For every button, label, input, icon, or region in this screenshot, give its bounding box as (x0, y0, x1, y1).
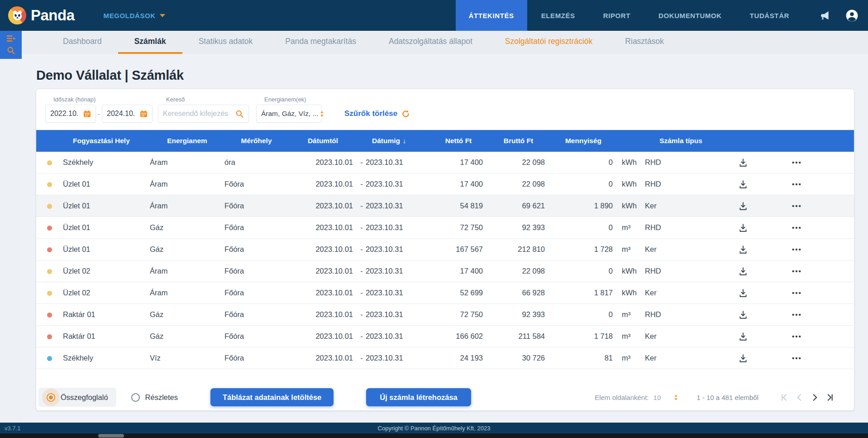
header-net[interactable]: Nettó Ft (429, 137, 487, 145)
row-download-button[interactable] (717, 310, 769, 320)
account-icon[interactable] (845, 9, 859, 23)
search-field[interactable] (158, 105, 249, 123)
logo[interactable]: Panda (8, 6, 75, 24)
last-page-button[interactable] (825, 393, 835, 402)
announcement-icon[interactable] (819, 10, 830, 21)
menu-toggle-icon[interactable] (6, 35, 16, 42)
table-body: Székhely Áram óra 2023.10.01 - 2023.10.3… (36, 152, 854, 369)
table-row[interactable]: Raktár 01 Gáz Főóra 2023.10.01 - 2023.10… (36, 304, 854, 326)
new-invoice-button[interactable]: Új számla létrehozása (366, 388, 471, 406)
header-qty[interactable]: Mennyiség (549, 137, 617, 145)
row-download-button[interactable] (717, 201, 769, 211)
row-more-button[interactable]: ••• (769, 159, 825, 166)
row-more-button[interactable]: ••• (769, 202, 825, 210)
search-icon[interactable] (7, 46, 15, 55)
cell-date-to: 2023.10.31 (366, 223, 429, 232)
row-download-button[interactable] (717, 332, 769, 342)
nav-item-3[interactable]: DOKUMENTUMOK (644, 0, 736, 31)
row-more-button[interactable]: ••• (769, 311, 825, 318)
tab-5[interactable]: Szolgáltatói regisztrációk (489, 31, 609, 54)
table-row[interactable]: Székhely Víz Főóra 2023.10.01 - 2023.10.… (36, 347, 854, 369)
cell-gross: 92 393 (487, 310, 549, 319)
header-type[interactable]: Számla típus (645, 137, 717, 145)
radio-detailed[interactable]: Részletes (123, 388, 186, 407)
header-meter[interactable]: Mérőhely (224, 137, 288, 145)
nav-item-1[interactable]: ELEMZÉS (527, 0, 589, 31)
header-site[interactable]: Fogyasztási Hely (63, 137, 150, 145)
tab-4[interactable]: Adatszolgáltatás állapot (372, 31, 489, 54)
table-row[interactable]: Üzlet 02 Áram Főóra 2023.10.01 - 2023.10… (36, 260, 854, 282)
table-row[interactable]: Raktár 01 Gáz Főóra 2023.10.01 - 2023.10… (36, 326, 854, 347)
header-energy[interactable]: Energianem (150, 137, 224, 145)
tab-1[interactable]: Számlák (118, 31, 182, 54)
date-to-field[interactable] (102, 105, 153, 123)
download-icon (738, 332, 748, 342)
row-download-button[interactable] (717, 266, 769, 276)
row-more-button[interactable]: ••• (769, 267, 825, 275)
cell-qty: 81 (549, 354, 617, 362)
row-download-button[interactable] (717, 223, 769, 233)
clear-filters-button[interactable]: Szűrők törlése (344, 109, 410, 118)
date-to-input[interactable] (107, 110, 138, 118)
table-row[interactable]: Üzlet 02 Áram Főóra 2023.10.01 - 2023.10… (36, 282, 854, 304)
cell-qty: 1 718 (549, 332, 617, 341)
per-page-unfold-icon[interactable] (672, 394, 679, 401)
calendar-icon[interactable] (83, 110, 91, 118)
scrollbar-thumb[interactable] (98, 434, 124, 438)
nav-item-4[interactable]: TUDÁSTÁR (736, 0, 803, 31)
search-input[interactable] (163, 110, 231, 118)
calendar-icon[interactable] (140, 110, 148, 118)
date-from-field[interactable] (45, 105, 96, 123)
header-date-from[interactable]: Dátumtól (288, 137, 358, 145)
first-page-button[interactable] (779, 393, 789, 402)
energy-dot (47, 291, 52, 296)
row-more-button[interactable]: ••• (769, 180, 825, 188)
cell-site: Székhely (63, 354, 150, 362)
next-page-button[interactable] (810, 393, 820, 402)
per-page-value[interactable]: 10 (653, 394, 661, 401)
table-row[interactable]: Székhely Áram óra 2023.10.01 - 2023.10.3… (36, 152, 854, 173)
date-from-input[interactable] (50, 110, 81, 118)
cell-net: 72 750 (429, 310, 487, 319)
row-more-button[interactable]: ••• (769, 224, 825, 231)
table-row[interactable]: Üzlet 01 Áram Főóra 2023.10.01 - 2023.10… (36, 195, 854, 217)
cell-net: 72 750 (429, 223, 487, 232)
download-icon (738, 201, 748, 211)
nav-item-0[interactable]: ÁTTEKINTÉS (456, 0, 527, 31)
row-download-button[interactable] (717, 353, 769, 363)
header-gross[interactable]: Bruttó Ft (487, 137, 549, 145)
header-date-to[interactable]: Dátumig↓ (366, 137, 429, 145)
energy-label: Energianem(ek) (264, 96, 322, 103)
magnifier-icon[interactable] (235, 110, 244, 118)
table-row[interactable]: Üzlet 01 Gáz Főóra 2023.10.01 - 2023.10.… (36, 217, 854, 239)
row-more-button[interactable]: ••• (769, 354, 825, 362)
solutions-menu[interactable]: MEGOLDÁSOK (104, 12, 165, 19)
nav-item-2[interactable]: RIPORT (589, 0, 644, 31)
horizontal-scrollbar[interactable] (0, 433, 868, 438)
cell-energy: Víz (150, 354, 224, 362)
energy-dot (47, 182, 52, 187)
row-download-button[interactable] (717, 245, 769, 255)
tab-3[interactable]: Panda megtakarítás (269, 31, 372, 54)
table-row[interactable]: Üzlet 01 Áram Főóra 2023.10.01 - 2023.10… (36, 173, 854, 195)
table-row[interactable]: Üzlet 01 Gáz Főóra 2023.10.01 - 2023.10.… (36, 239, 854, 260)
row-download-button[interactable] (717, 288, 769, 298)
prev-page-button[interactable] (795, 393, 804, 402)
cell-date-from: 2023.10.01 (288, 332, 358, 341)
row-more-button[interactable]: ••• (769, 289, 825, 297)
energy-dot-cell (36, 289, 63, 297)
radio-summary[interactable]: Összegfoglaló (38, 388, 116, 407)
top-navbar: Panda MEGOLDÁSOK ÁTTEKINTÉSELEMZÉSRIPORT… (0, 0, 868, 31)
download-table-button[interactable]: Táblázat adatainak letöltése (210, 388, 334, 406)
tab-0[interactable]: Dashboard (47, 31, 118, 54)
filters-bar: Időszak (hónap) - (36, 89, 854, 123)
row-download-button[interactable] (717, 179, 769, 189)
cell-meter: Főóra (224, 245, 288, 254)
energy-select[interactable]: Áram, Gáz, Víz, ... (256, 105, 322, 123)
row-download-button[interactable] (717, 158, 769, 168)
cell-net: 24 193 (429, 354, 487, 362)
tab-2[interactable]: Statikus adatok (182, 31, 269, 54)
tab-6[interactable]: Riasztások (609, 31, 680, 54)
row-more-button[interactable]: ••• (769, 332, 825, 340)
row-more-button[interactable]: ••• (769, 245, 825, 253)
